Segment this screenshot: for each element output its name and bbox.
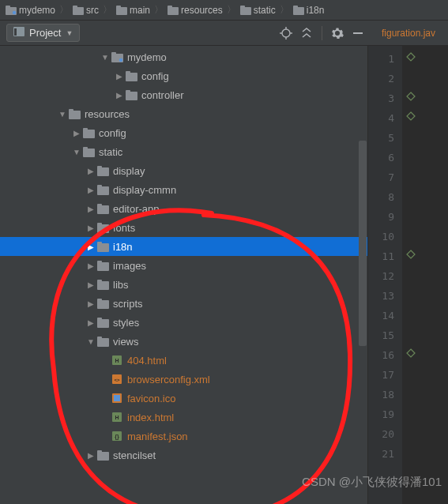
bc-label: mydemo [19, 5, 55, 16]
tree-item-favicon-ico[interactable]: favicon.ico [0, 389, 367, 408]
bc-item-resources[interactable]: resources [165, 5, 225, 16]
svg-rect-49 [97, 299, 102, 302]
svg-rect-35 [97, 166, 102, 169]
tree-item-label: editor-app [113, 203, 160, 215]
hide-icon[interactable] [350, 25, 366, 41]
bc-item-static[interactable]: static [238, 5, 278, 16]
chevron-right-icon[interactable]: ▶ [114, 91, 125, 100]
svg-rect-27 [126, 90, 130, 93]
tree-item-fonts[interactable]: ▶fonts [0, 218, 367, 237]
tree-item-label: libs [113, 279, 129, 291]
locate-icon[interactable] [278, 25, 294, 41]
tree-item-index-html[interactable]: Hindex.html [0, 408, 367, 427]
chevron-down-icon[interactable]: ▼ [100, 53, 111, 62]
tree-item-label: config [99, 127, 126, 139]
tree-item-label: static [99, 146, 122, 158]
tree-item-stencilset[interactable]: ▶stencilset [0, 446, 367, 465]
chevron-right-icon[interactable]: ▶ [85, 318, 96, 327]
svg-rect-59 [114, 395, 120, 401]
chevron-right-icon[interactable]: ▶ [85, 451, 96, 460]
line-number: 9 [368, 207, 394, 227]
line-number: 13 [368, 286, 394, 306]
bc-item-mydemo[interactable]: mydemo [3, 5, 58, 16]
svg-text:H: H [115, 358, 119, 363]
gutter-marker-icon [406, 348, 416, 358]
tree-item-static[interactable]: ▼static [0, 142, 367, 161]
line-number: 15 [368, 325, 394, 345]
tree-item-label: styles [113, 317, 139, 329]
bc-item-i18n[interactable]: i18n [291, 5, 327, 16]
tree-item-404-html[interactable]: H404.html [0, 351, 367, 370]
tree-item-i18n[interactable]: ▶i18n [0, 237, 367, 256]
line-number: 16 [368, 345, 394, 365]
tree-item-config[interactable]: ▶config [0, 66, 367, 85]
line-number: 2 [368, 69, 394, 88]
scrollbar-thumb[interactable] [359, 141, 367, 346]
chevron-right-icon[interactable]: ▶ [85, 224, 96, 232]
svg-rect-14 [14, 28, 17, 36]
tree-item-label: fonts [113, 222, 135, 234]
chevron-right-icon[interactable]: ▶ [71, 129, 82, 137]
chevron-right-icon[interactable]: ▶ [85, 299, 96, 308]
tree-item-views[interactable]: ▼views [0, 332, 367, 351]
bc-label: src [86, 5, 99, 16]
svg-rect-25 [126, 71, 130, 74]
folder-icon [82, 145, 95, 158]
project-icon [13, 27, 24, 39]
project-view-selector[interactable]: Project ▼ [6, 24, 80, 42]
svg-rect-1 [6, 6, 10, 9]
tree-item-label: scripts [113, 298, 143, 310]
svg-rect-29 [69, 109, 73, 112]
folder-icon [240, 6, 251, 15]
tree-item-images[interactable]: ▶images [0, 256, 367, 275]
tree-item-scripts[interactable]: ▶scripts [0, 294, 367, 313]
gear-icon[interactable] [329, 25, 345, 41]
chevron-down-icon[interactable]: ▼ [85, 337, 96, 346]
chevron-right-icon[interactable]: ▶ [114, 72, 125, 81]
chevron-down-icon[interactable]: ▼ [57, 110, 68, 118]
svg-point-2 [13, 10, 16, 13]
chevron-right-icon[interactable]: ▶ [85, 243, 96, 251]
line-number: 8 [368, 187, 394, 207]
chevron-down-icon[interactable]: ▼ [71, 148, 82, 156]
chevron-right-icon[interactable]: ▶ [85, 167, 96, 175]
project-tree[interactable]: ▼mydemo▶config▶controller▼resources▶conf… [0, 46, 367, 465]
chevron-right-icon[interactable]: ▶ [85, 186, 96, 194]
editor-area[interactable] [403, 46, 448, 504]
tree-item-display-cmmn[interactable]: ▶display-cmmn [0, 180, 367, 199]
tree-item-manifest-json[interactable]: {}manifest.json [0, 427, 367, 446]
chevron-right-icon: 〉 [103, 3, 112, 17]
chevron-right-icon[interactable]: ▶ [85, 205, 96, 213]
tree-item-controller[interactable]: ▶controller [0, 85, 367, 104]
tree-item-resources[interactable]: ▼resources [0, 104, 367, 123]
tree-item-config[interactable]: ▶config [0, 123, 367, 142]
folder-icon [293, 6, 304, 15]
line-number: 12 [368, 266, 394, 286]
chevron-right-icon: 〉 [59, 3, 69, 17]
collapse-all-icon[interactable] [299, 25, 314, 41]
editor-tab[interactable]: figuration.jav [375, 23, 442, 43]
svg-rect-33 [83, 147, 88, 150]
folder-icon [168, 6, 179, 15]
line-number: 18 [368, 385, 394, 404]
chevron-right-icon[interactable]: ▶ [85, 280, 96, 289]
tree-item-label: mydemo [127, 51, 167, 63]
svg-point-23 [119, 58, 122, 62]
svg-rect-10 [240, 6, 245, 9]
tree-item-libs[interactable]: ▶libs [0, 275, 367, 294]
chevron-right-icon[interactable]: ▶ [85, 261, 96, 270]
tree-item-editor-app[interactable]: ▶editor-app [0, 199, 367, 218]
bc-item-src[interactable]: src [70, 5, 101, 16]
tree-item-label: views [113, 336, 139, 348]
tree-item-styles[interactable]: ▶styles [0, 313, 367, 332]
tree-item-browserconfig-xml[interactable]: <>browserconfig.xml [0, 370, 367, 389]
svg-text:<>: <> [114, 378, 120, 382]
tree-item-display[interactable]: ▶display [0, 161, 367, 180]
project-tree-panel: ▼mydemo▶config▶controller▼resources▶conf… [0, 46, 367, 504]
scrollbar[interactable] [358, 46, 367, 504]
tree-item-mydemo[interactable]: ▼mydemo [0, 47, 367, 66]
svg-point-15 [282, 29, 290, 37]
bc-item-main[interactable]: main [114, 5, 152, 16]
bc-label: i18n [307, 5, 325, 16]
html-icon: H [111, 411, 123, 423]
